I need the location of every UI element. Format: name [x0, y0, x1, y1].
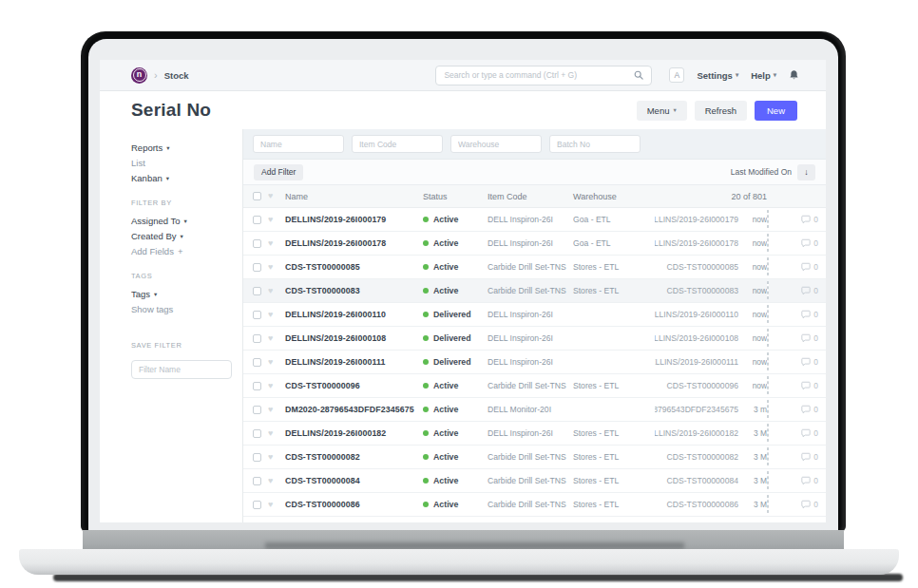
row-checkbox[interactable] [253, 358, 261, 367]
table-row[interactable]: ♥ CDS-TST00000096 Active Carbide Drill S… [243, 374, 826, 398]
like-heart-icon[interactable]: ♥ [268, 239, 285, 248]
sidebar-item-created-by[interactable]: Created By▾ [131, 229, 242, 243]
comment-cell[interactable]: 0 [792, 262, 818, 272]
sidebar-item-tags[interactable]: Tags▾ [131, 287, 242, 301]
like-heart-icon[interactable]: ♥ [268, 263, 285, 272]
like-heart-icon[interactable]: ♥ [268, 216, 285, 224]
comment-cell[interactable]: 0 [792, 405, 818, 414]
assign-placeholder[interactable] [767, 234, 769, 252]
like-heart-icon[interactable]: ♥ [268, 406, 285, 414]
save-filter-input[interactable] [131, 360, 232, 379]
comment-cell[interactable]: 0 [792, 452, 818, 462]
filter-batch-no-input[interactable] [549, 135, 641, 153]
row-checkbox[interactable] [253, 216, 261, 224]
filter-item-code-input[interactable] [352, 135, 443, 153]
serial-no-name[interactable]: CDS-TST00000096 [285, 381, 423, 390]
sidebar-item-add-fields[interactable]: Add Fields+ [131, 244, 242, 258]
row-checkbox[interactable] [253, 311, 261, 319]
assign-placeholder[interactable] [767, 376, 769, 394]
row-checkbox[interactable] [253, 429, 261, 438]
new-button[interactable]: New [755, 101, 797, 121]
table-row[interactable]: ♥ DELLINS/2019-26I000108 Delivered DELL … [243, 327, 826, 351]
row-checkbox[interactable] [253, 453, 261, 462]
comment-cell[interactable]: 0 [792, 357, 818, 367]
search-input[interactable] [444, 70, 634, 80]
like-heart-icon[interactable]: ♥ [268, 287, 285, 295]
sort-field-label[interactable]: Last Modified On [731, 167, 792, 177]
select-all-checkbox[interactable] [253, 192, 261, 200]
serial-no-name[interactable]: CDS-TST00000086 [285, 500, 423, 509]
serial-no-name[interactable]: DELLINS/2019-26I000110 [285, 310, 423, 319]
sort-direction-button[interactable]: ↓ [797, 164, 815, 180]
row-checkbox[interactable] [253, 382, 261, 390]
like-heart-icon[interactable]: ♥ [268, 311, 285, 319]
comment-cell[interactable]: 0 [792, 286, 818, 295]
breadcrumb[interactable]: Stock [164, 70, 189, 81]
assign-placeholder[interactable] [767, 281, 769, 299]
row-checkbox[interactable] [253, 406, 261, 414]
comment-cell[interactable]: 0 [792, 238, 818, 248]
serial-no-name[interactable]: DELLINS/2019-26I000178 [285, 238, 423, 248]
table-row[interactable]: ♥ DELLINS/2019-26I000111 Delivered DELL … [243, 351, 826, 374]
assign-placeholder[interactable] [767, 305, 769, 323]
sidebar-item-show-tags[interactable]: Show tags [131, 302, 242, 316]
table-row[interactable]: ♥ CDS-TST00000086 Active Carbide Drill S… [243, 493, 826, 517]
settings-menu[interactable]: Settings▾ [697, 70, 738, 81]
assign-placeholder[interactable] [767, 352, 769, 370]
assign-placeholder[interactable] [767, 424, 769, 442]
row-checkbox[interactable] [253, 263, 261, 272]
table-row[interactable]: ♥ DELLINS/2019-26I000178 Active DELL Ins… [243, 232, 826, 256]
filter-warehouse-input[interactable] [450, 135, 542, 153]
serial-no-name[interactable]: CDS-TST00000085 [285, 262, 423, 272]
assign-placeholder[interactable] [767, 495, 769, 513]
serial-no-name[interactable]: DELLINS/2019-26I000179 [285, 215, 423, 224]
table-row[interactable]: ♥ DELLINS/2019-26I000110 Delivered DELL … [243, 303, 826, 327]
comment-cell[interactable]: 0 [792, 310, 818, 319]
table-row[interactable]: ♥ DM2020-28796543DFDF2345675 Active DELL… [243, 398, 826, 422]
table-row[interactable]: ♥ CDS-TST00000083 Active Carbide Drill S… [243, 279, 826, 303]
like-heart-icon[interactable]: ♥ [268, 382, 285, 390]
global-search[interactable] [435, 66, 652, 85]
serial-no-name[interactable]: DM2020-28796543DFDF2345675 [285, 405, 423, 414]
like-heart-icon[interactable]: ♥ [268, 429, 285, 438]
serial-no-name[interactable]: CDS-TST00000082 [285, 452, 423, 462]
assign-placeholder[interactable] [767, 257, 769, 275]
menu-button[interactable]: Menu▾ [637, 101, 687, 121]
user-avatar[interactable]: A [669, 67, 684, 83]
table-row[interactable]: ♥ CDS-TST00000084 Active Carbide Drill S… [243, 469, 826, 493]
assign-placeholder[interactable] [767, 400, 769, 418]
assign-placeholder[interactable] [767, 471, 769, 489]
comment-cell[interactable]: 0 [792, 333, 818, 343]
comment-cell[interactable]: 0 [792, 428, 818, 438]
like-heart-icon[interactable]: ♥ [268, 453, 285, 462]
serial-no-name[interactable]: CDS-TST00000084 [285, 476, 423, 485]
table-row[interactable]: ♥ DELLINS/2019-26I000179 Active DELL Ins… [243, 208, 826, 232]
sidebar-item-list[interactable]: List [131, 156, 242, 170]
like-heart-icon[interactable]: ♥ [268, 501, 285, 509]
table-row[interactable]: ♥ DELLINS/2019-26I000182 Active DELL Ins… [243, 422, 826, 446]
filter-name-input[interactable] [253, 135, 344, 153]
serial-no-name[interactable]: DELLINS/2019-26I000111 [285, 357, 423, 367]
serial-no-name[interactable]: DELLINS/2019-26I000182 [285, 428, 423, 438]
comment-cell[interactable]: 0 [792, 500, 818, 509]
row-checkbox[interactable] [253, 501, 261, 509]
assign-placeholder[interactable] [767, 447, 769, 465]
serial-no-name[interactable]: DELLINS/2019-26I000108 [285, 333, 423, 343]
sidebar-item-assigned-to[interactable]: Assigned To▾ [131, 214, 242, 228]
refresh-button[interactable]: Refresh [695, 101, 747, 121]
app-logo[interactable]: n [131, 67, 147, 84]
serial-no-name[interactable]: CDS-TST00000083 [285, 286, 423, 295]
add-filter-button[interactable]: Add Filter [254, 164, 303, 180]
like-heart-icon[interactable]: ♥ [268, 358, 285, 367]
assign-placeholder[interactable] [767, 210, 769, 228]
assign-placeholder[interactable] [767, 329, 769, 347]
like-heart-icon[interactable]: ♥ [268, 334, 285, 343]
like-heart-icon[interactable]: ♥ [268, 477, 285, 485]
row-checkbox[interactable] [253, 477, 261, 485]
row-checkbox[interactable] [253, 287, 261, 295]
comment-cell[interactable]: 0 [792, 476, 818, 485]
table-row[interactable]: ♥ CDS-TST00000085 Active Carbide Drill S… [243, 256, 826, 279]
row-checkbox[interactable] [253, 334, 261, 343]
sidebar-item-kanban[interactable]: Kanban▾ [131, 171, 242, 185]
table-row[interactable]: ♥ CDS-TST00000082 Active Carbide Drill S… [243, 446, 826, 469]
